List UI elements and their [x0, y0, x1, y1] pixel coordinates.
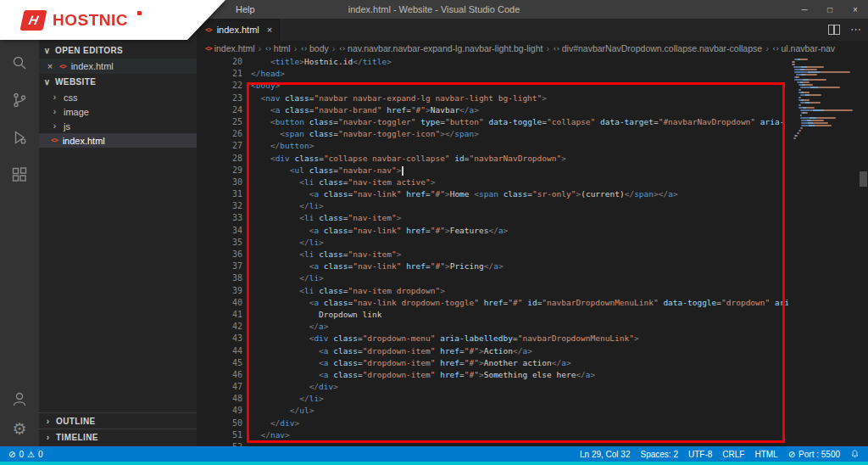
editor-scrollbar[interactable]	[858, 56, 868, 446]
line-number[interactable]: 44	[197, 345, 242, 357]
minimap[interactable]	[792, 56, 858, 446]
breadcrumb-item[interactable]: ‹›div#navbarNavDropdown.collapse.navbar-…	[553, 43, 762, 53]
tree-file-index.html[interactable]: <>index.html	[39, 133, 197, 148]
tree-item-label: index.html	[63, 136, 105, 146]
breadcrumb-item[interactable]: ‹›body	[300, 43, 328, 53]
code-line[interactable]: <title>Hostnic.id</title>	[251, 56, 788, 68]
breadcrumb: <>index.html›‹›html›‹›body›‹›nav.navbar.…	[197, 41, 868, 56]
line-number[interactable]: 30	[197, 176, 242, 188]
close-editor-icon[interactable]: ×	[46, 61, 54, 71]
more-actions-icon[interactable]: ⋯	[850, 25, 861, 34]
breadcrumb-item[interactable]: ‹›ul.navbar-nav	[772, 43, 835, 53]
line-number[interactable]: 27	[197, 140, 242, 152]
open-editors-label: OPEN EDITORS	[55, 46, 123, 55]
minimap-line	[797, 81, 809, 83]
line-number[interactable]: 25	[197, 116, 242, 128]
split-editor-icon[interactable]	[828, 25, 840, 35]
line-number[interactable]: 39	[197, 285, 242, 297]
indentation-indicator[interactable]: Spaces: 2	[641, 450, 678, 459]
cursor-position-indicator[interactable]: Ln 29, Col 32	[580, 450, 631, 459]
window-controls: ─ □ ×	[792, 0, 868, 19]
problems-indicator[interactable]: ⊘ 0 ⚠ 0	[8, 450, 42, 459]
minimap-line	[798, 84, 813, 86]
hostnic-logo-icon: H	[19, 10, 47, 31]
settings-gear-icon[interactable]: ⚙	[9, 419, 30, 440]
minimap-line	[800, 94, 821, 96]
run-debug-icon[interactable]	[9, 127, 30, 148]
sidebar-sections: ›OUTLINE›TIMELINE	[39, 412, 197, 445]
breadcrumb-item[interactable]: ‹›html	[264, 43, 290, 53]
line-number[interactable]: 41	[197, 309, 242, 321]
line-number[interactable]: 35	[197, 237, 242, 249]
breadcrumb-label: div#navbarNavDropdown.collapse.navbar-co…	[562, 43, 762, 53]
line-number[interactable]: 31	[197, 188, 242, 200]
line-number[interactable]: 21	[197, 68, 242, 80]
line-number[interactable]: 20	[197, 56, 242, 68]
tree-folder-css[interactable]: ›css	[39, 90, 197, 104]
line-number[interactable]: 46	[197, 369, 242, 381]
breadcrumb-label: nav.navbar.navbar-expand-lg.navbar-light…	[348, 43, 542, 53]
breadcrumb-item[interactable]: <>index.html	[205, 43, 255, 53]
extensions-icon[interactable]	[9, 165, 30, 185]
chevron-right-icon: ›	[51, 107, 58, 116]
line-number[interactable]: 29	[197, 165, 242, 176]
line-number[interactable]: 47	[197, 381, 242, 393]
line-number[interactable]: 48	[197, 393, 242, 405]
line-number[interactable]: 34	[197, 225, 242, 237]
open-editor-item[interactable]: × <> index.html	[39, 59, 197, 74]
website-section-header[interactable]: ∨ WEBSITE	[39, 74, 197, 90]
sidebar-section-outline[interactable]: ›OUTLINE	[39, 412, 197, 429]
line-number[interactable]: 51	[197, 429, 242, 441]
maximize-icon[interactable]: □	[817, 0, 843, 19]
brand-dot-icon	[137, 11, 142, 15]
minimap-line	[800, 87, 840, 88]
close-window-icon[interactable]: ×	[843, 0, 868, 19]
notifications-bell-icon[interactable]	[850, 449, 860, 459]
sidebar-section-timeline[interactable]: ›TIMELINE	[39, 429, 197, 445]
menu-help[interactable]: Help	[231, 4, 260, 14]
open-editor-label: index.html	[71, 61, 114, 71]
source-control-icon[interactable]	[9, 90, 30, 110]
file-tree: ›css›image›js<>index.html	[39, 90, 197, 148]
line-number[interactable]: 26	[197, 128, 242, 140]
line-number[interactable]: 40	[197, 297, 242, 309]
breadcrumb-label: ul.navbar-nav	[781, 43, 835, 53]
account-icon[interactable]	[9, 389, 30, 409]
line-number[interactable]: 45	[197, 357, 242, 369]
line-number[interactable]: 32	[197, 200, 242, 212]
line-number[interactable]: 24	[197, 104, 242, 116]
minimap-line	[801, 120, 824, 121]
breadcrumb-separator: ›	[765, 43, 769, 53]
line-number[interactable]: 28	[197, 153, 242, 165]
line-number[interactable]: 22	[197, 80, 242, 92]
line-number[interactable]: 50	[197, 417, 242, 429]
eol-indicator[interactable]: CRLF	[722, 450, 744, 459]
code-line[interactable]: </head>	[251, 68, 788, 80]
line-number[interactable]: 42	[197, 321, 242, 333]
minimize-icon[interactable]: ─	[792, 0, 817, 19]
line-number[interactable]: 49	[197, 405, 242, 417]
minimap-line	[798, 89, 801, 91]
line-number[interactable]: 38	[197, 272, 242, 284]
line-number[interactable]: 23	[197, 92, 242, 104]
breadcrumb-item[interactable]: ‹›nav.navbar.navbar-expand-lg.navbar-lig…	[338, 43, 542, 53]
open-editors-header[interactable]: ∨ OPEN EDITORS	[39, 42, 197, 59]
line-number[interactable]: 36	[197, 249, 242, 261]
tree-folder-js[interactable]: ›js	[39, 119, 197, 133]
minimap-line	[793, 137, 797, 139]
encoding-indicator[interactable]: UTF-8	[688, 450, 712, 459]
search-icon[interactable]	[9, 53, 30, 73]
minimap-line	[792, 64, 795, 65]
vscode-window: Help index.html - Website - Visual Studi…	[0, 0, 868, 465]
port-indicator[interactable]: ⊘ Port : 5500	[788, 450, 840, 459]
minimap-line	[798, 107, 815, 109]
line-number[interactable]: 33	[197, 212, 242, 224]
tab-close-icon[interactable]: ×	[267, 25, 272, 35]
language-indicator[interactable]: HTML	[754, 450, 777, 459]
scrollbar-thumb[interactable]	[860, 171, 867, 187]
minimap-line	[796, 74, 817, 76]
html-file-icon: <>	[51, 137, 58, 144]
tree-folder-image[interactable]: ›image	[39, 104, 197, 119]
line-number[interactable]: 37	[197, 261, 242, 272]
line-number[interactable]: 43	[197, 333, 242, 345]
